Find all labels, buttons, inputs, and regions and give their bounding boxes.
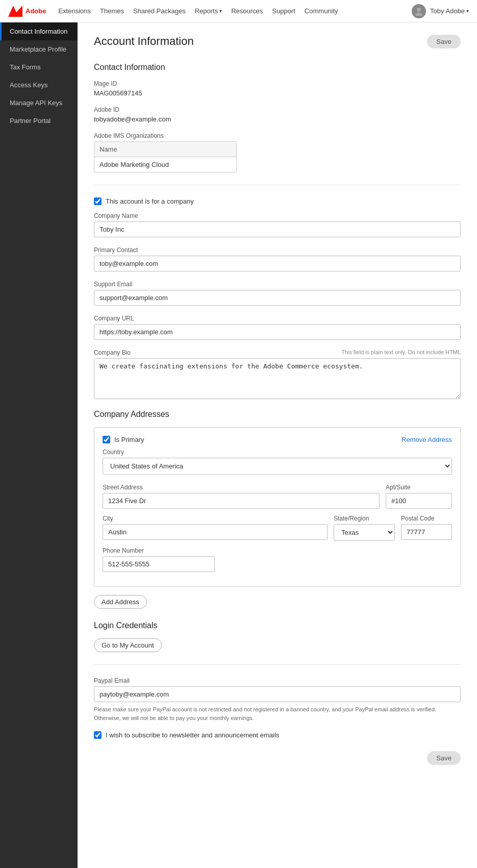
- postal-label: Postal Code: [401, 515, 452, 522]
- save-button-top[interactable]: Save: [427, 35, 461, 48]
- adobe-logo[interactable]: Adobe: [8, 6, 46, 17]
- country-label: Country: [103, 449, 452, 456]
- section-divider-1: [94, 185, 461, 185]
- paypal-email-input[interactable]: [94, 686, 461, 702]
- mage-id-field: Mage ID MAG005697145: [94, 80, 461, 97]
- street-label: Street Address: [103, 484, 380, 491]
- layout: Contact Information Marketplace Profile …: [0, 22, 477, 868]
- sidebar-item-partner-portal[interactable]: Partner Portal: [0, 112, 78, 130]
- apt-input[interactable]: [386, 493, 452, 509]
- nav-community[interactable]: Community: [305, 7, 338, 15]
- svg-point-3: [415, 13, 422, 16]
- phone-input[interactable]: [103, 556, 215, 572]
- support-email-label: Support Email: [94, 281, 461, 288]
- phone-col: Phone Number: [103, 547, 215, 572]
- company-url-field: Company URL: [94, 315, 461, 340]
- newsletter-checkbox[interactable]: [94, 731, 102, 739]
- newsletter-label: I wish to subscribe to newsletter and an…: [106, 731, 279, 739]
- is-primary-row: Is Primary: [103, 436, 144, 443]
- is-company-row: This account is for a company: [94, 197, 461, 205]
- section-divider-2: [94, 664, 461, 665]
- nav-reports[interactable]: Reports ▾: [195, 7, 222, 15]
- city-label: City: [103, 515, 328, 522]
- company-section: This account is for a company Company Na…: [94, 197, 461, 401]
- save-bottom-row: Save: [94, 751, 461, 765]
- company-bio-field: Company Bio This field is plain text onl…: [94, 349, 461, 401]
- is-primary-checkbox[interactable]: [103, 436, 110, 443]
- nav-support[interactable]: Support: [272, 7, 295, 15]
- ims-orgs-label: Adobe IMS Organizations: [94, 132, 461, 139]
- reports-dropdown-icon: ▾: [219, 8, 222, 14]
- remove-address-link[interactable]: Remove Address: [401, 436, 452, 443]
- primary-contact-input[interactable]: [94, 256, 461, 271]
- user-name[interactable]: Toby Adobe ▾: [430, 7, 469, 15]
- svg-point-2: [417, 8, 421, 12]
- login-credentials-title: Login Credentials: [94, 621, 461, 630]
- nav-extensions[interactable]: Extensions: [58, 7, 91, 15]
- nav-shared-packages[interactable]: Shared Packages: [133, 7, 186, 15]
- company-bio-hint: This field is plain text only. Do not in…: [341, 349, 461, 355]
- postal-input[interactable]: [401, 524, 452, 540]
- country-select[interactable]: United States of America Canada United K…: [103, 458, 452, 475]
- user-avatar[interactable]: [412, 4, 426, 18]
- company-name-label: Company Name: [94, 212, 461, 219]
- paypal-note: Please make sure your PayPal account is …: [94, 705, 461, 722]
- city-input[interactable]: [103, 524, 328, 540]
- company-name-input[interactable]: [94, 221, 461, 237]
- user-area: Toby Adobe ▾: [412, 4, 469, 18]
- adobe-wordmark: Adobe: [26, 7, 46, 15]
- support-email-input[interactable]: [94, 290, 461, 306]
- top-nav: Adobe Extensions Themes Shared Packages …: [0, 0, 477, 22]
- company-addresses-title: Company Addresses: [94, 410, 461, 419]
- ims-table-row: Adobe Marketing Cloud: [94, 157, 236, 172]
- apt-label: Apt/Suite: [386, 484, 452, 491]
- login-credentials-section: Login Credentials Go to My Account: [94, 621, 461, 652]
- mage-id-label: Mage ID: [94, 80, 461, 87]
- newsletter-row: I wish to subscribe to newsletter and an…: [94, 731, 461, 739]
- sidebar-item-contact-information[interactable]: Contact Information: [0, 22, 78, 40]
- nav-themes[interactable]: Themes: [100, 7, 124, 15]
- state-label: State/Region: [334, 515, 395, 522]
- add-address-row: Add Address: [94, 595, 461, 609]
- sidebar-item-manage-api-keys[interactable]: Manage API Keys: [0, 94, 78, 112]
- apt-col: Apt/Suite: [386, 484, 452, 509]
- state-select[interactable]: AlabamaAlaskaArizona ArkansasCaliforniaC…: [334, 524, 395, 541]
- company-bio-label: Company Bio: [94, 349, 131, 356]
- primary-contact-field: Primary Contact: [94, 246, 461, 271]
- is-company-label: This account is for a company: [106, 197, 194, 205]
- street-col: Street Address: [103, 484, 380, 509]
- address-header: Is Primary Remove Address: [103, 436, 452, 443]
- sidebar: Contact Information Marketplace Profile …: [0, 22, 78, 868]
- phone-row: Phone Number: [103, 547, 452, 572]
- company-bio-header: Company Bio This field is plain text onl…: [94, 349, 461, 358]
- primary-contact-label: Primary Contact: [94, 246, 461, 254]
- city-col: City: [103, 515, 328, 541]
- save-button-bottom[interactable]: Save: [427, 751, 461, 765]
- street-apt-row: Street Address Apt/Suite: [103, 484, 452, 509]
- page-header: Account Information Save: [94, 35, 461, 48]
- sidebar-item-access-keys[interactable]: Access Keys: [0, 76, 78, 94]
- company-bio-textarea[interactable]: We create fascinating extensions for the…: [94, 358, 461, 399]
- sidebar-item-marketplace-profile[interactable]: Marketplace Profile: [0, 40, 78, 58]
- company-url-input[interactable]: [94, 324, 461, 340]
- contact-info-title: Contact Information: [94, 63, 461, 72]
- page-title: Account Information: [94, 35, 194, 48]
- sidebar-item-tax-forms[interactable]: Tax Forms: [0, 58, 78, 76]
- company-addresses-section: Company Addresses Is Primary Remove Addr…: [94, 410, 461, 609]
- company-url-label: Company URL: [94, 315, 461, 322]
- paypal-section: Paypal Email Please make sure your PayPa…: [94, 677, 461, 722]
- user-dropdown-icon: ▾: [466, 8, 469, 14]
- address-block-0: Is Primary Remove Address Country United…: [94, 427, 461, 587]
- is-primary-label: Is Primary: [114, 436, 144, 443]
- go-to-account-button[interactable]: Go to My Account: [94, 638, 162, 652]
- adobe-id-field: Adobe ID tobyadobe@example.com: [94, 106, 461, 123]
- mage-id-value: MAG005697145: [94, 89, 461, 97]
- nav-resources[interactable]: Resources: [231, 7, 263, 15]
- phone-label: Phone Number: [103, 547, 215, 554]
- add-address-button[interactable]: Add Address: [94, 595, 147, 609]
- street-input[interactable]: [103, 493, 380, 509]
- is-company-checkbox[interactable]: [94, 197, 102, 205]
- ims-table: Name Adobe Marketing Cloud: [94, 141, 237, 172]
- company-name-field: Company Name: [94, 212, 461, 237]
- nav-items: Extensions Themes Shared Packages Report…: [58, 7, 412, 15]
